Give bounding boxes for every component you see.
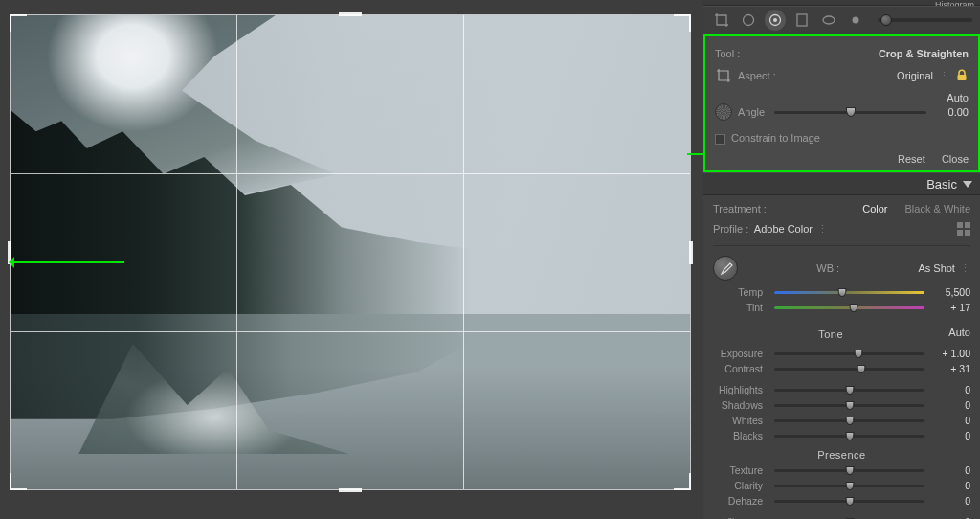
redeye-tool-icon[interactable]	[765, 10, 786, 31]
tint-label: Tint	[713, 302, 767, 313]
treatment-color[interactable]: Color	[862, 203, 887, 214]
annotation-arrow-right	[687, 153, 704, 155]
image-canvas	[0, 0, 703, 519]
constrain-label: Constrain to Image	[731, 132, 820, 144]
clarity-label: Clarity	[713, 480, 767, 491]
clarity-value[interactable]: 0	[932, 480, 970, 491]
aspect-label: Aspect :	[738, 70, 776, 81]
contrast-slider[interactable]	[774, 368, 924, 371]
shadows-label: Shadows	[713, 399, 767, 411]
crop-handle-right[interactable]	[689, 241, 693, 264]
treatment-bw[interactable]: Black & White	[905, 203, 970, 214]
whites-slider[interactable]	[774, 419, 924, 422]
blacks-slider[interactable]	[774, 435, 924, 438]
svg-point-5	[853, 17, 859, 24]
grid-line	[11, 173, 690, 174]
shadows-value[interactable]: 0	[932, 399, 970, 411]
angle-label: Angle	[738, 106, 765, 118]
crop-handle-tr[interactable]	[674, 14, 691, 32]
exposure-label: Exposure	[713, 348, 767, 359]
tone-header: Tone	[713, 328, 948, 340]
svg-point-0	[744, 15, 754, 26]
brush-tool-icon[interactable]	[845, 10, 866, 31]
constrain-checkbox[interactable]	[715, 134, 725, 145]
highlights-label: Highlights	[713, 384, 767, 395]
angle-dial-icon[interactable]	[715, 103, 732, 121]
crop-straighten-panel: Tool : Crop & Straighten Aspect : Origin…	[703, 34, 980, 172]
highlights-slider[interactable]	[774, 389, 924, 392]
svg-point-4	[823, 16, 835, 24]
crop-frame[interactable]	[10, 14, 691, 490]
crop-handle-br[interactable]	[674, 473, 691, 490]
contrast-label: Contrast	[713, 363, 767, 374]
whites-value[interactable]: 0	[932, 415, 970, 426]
profile-menu-icon[interactable]: ⋮	[817, 223, 828, 235]
texture-label: Texture	[713, 464, 767, 476]
aspect-menu-icon[interactable]: ⋮	[939, 70, 949, 82]
dehaze-value[interactable]: 0	[932, 495, 970, 507]
spot-tool-icon[interactable]	[738, 10, 759, 31]
basic-panel-header[interactable]: Basic	[703, 172, 980, 195]
aspect-value[interactable]: Original	[897, 70, 933, 81]
blacks-value[interactable]: 0	[932, 430, 970, 441]
blacks-label: Blacks	[713, 430, 767, 441]
collapse-icon	[963, 181, 972, 188]
basic-title: Basic	[926, 177, 957, 192]
exposure-slider[interactable]	[774, 352, 924, 355]
close-button[interactable]: Close	[942, 153, 969, 165]
crop-handle-tl[interactable]	[10, 14, 27, 32]
grid-line	[463, 15, 464, 489]
profile-label: Profile :	[713, 223, 748, 235]
crop-handle-top[interactable]	[339, 12, 362, 16]
radial-filter-icon[interactable]	[818, 10, 839, 31]
texture-slider[interactable]	[774, 469, 924, 472]
dehaze-label: Dehaze	[713, 495, 767, 507]
crop-tool-icon[interactable]	[711, 10, 732, 31]
develop-panel: Histogram Tool : Crop & Straighten	[703, 0, 980, 519]
wb-eyedropper-icon[interactable]	[713, 256, 738, 281]
temp-value[interactable]: 5,500	[932, 286, 970, 298]
crop-handle-bottom[interactable]	[339, 488, 362, 492]
angle-value[interactable]: 0.00	[936, 106, 969, 118]
texture-value[interactable]: 0	[932, 464, 970, 476]
crop-handle-bl[interactable]	[10, 473, 27, 490]
dehaze-slider[interactable]	[774, 500, 924, 503]
wb-value[interactable]: As Shot	[918, 262, 955, 274]
shadows-slider[interactable]	[774, 404, 924, 407]
temp-slider[interactable]	[774, 291, 924, 294]
svg-rect-3	[797, 14, 807, 26]
photo	[11, 15, 690, 489]
tool-name: Crop & Straighten	[879, 48, 969, 59]
grad-filter-icon[interactable]	[791, 10, 813, 31]
svg-point-2	[773, 18, 777, 22]
profile-browser-icon[interactable]	[957, 222, 970, 236]
clarity-slider[interactable]	[774, 485, 924, 487]
angle-slider[interactable]	[774, 111, 926, 114]
wb-label: WB :	[738, 262, 918, 274]
tone-auto-button[interactable]: Auto	[948, 327, 970, 338]
tool-strip	[703, 6, 980, 34]
temp-label: Temp	[713, 286, 767, 298]
tool-label: Tool :	[715, 48, 740, 59]
annotation-arrow-left	[14, 261, 124, 263]
mask-size-slider[interactable]	[878, 18, 972, 22]
svg-rect-6	[958, 75, 967, 80]
presence-header: Presence	[713, 449, 970, 461]
grid-line	[11, 331, 690, 332]
lock-icon[interactable]	[955, 69, 969, 82]
tint-value[interactable]: + 17	[932, 302, 970, 313]
exposure-value[interactable]: + 1.00	[932, 348, 970, 359]
tint-slider[interactable]	[774, 306, 924, 309]
profile-value[interactable]: Adobe Color	[754, 223, 813, 235]
highlights-value[interactable]: 0	[932, 384, 970, 395]
wb-menu-icon[interactable]: ⋮	[960, 262, 970, 274]
contrast-value[interactable]: + 31	[932, 363, 970, 374]
crop-aspect-icon[interactable]	[715, 67, 732, 84]
angle-auto-button[interactable]: Auto	[947, 92, 969, 103]
whites-label: Whites	[713, 415, 767, 426]
basic-panel: Treatment : Color Black & White Profile …	[703, 195, 980, 519]
reset-button[interactable]: Reset	[898, 153, 925, 165]
treatment-label: Treatment :	[713, 203, 767, 214]
grid-line	[236, 15, 237, 489]
